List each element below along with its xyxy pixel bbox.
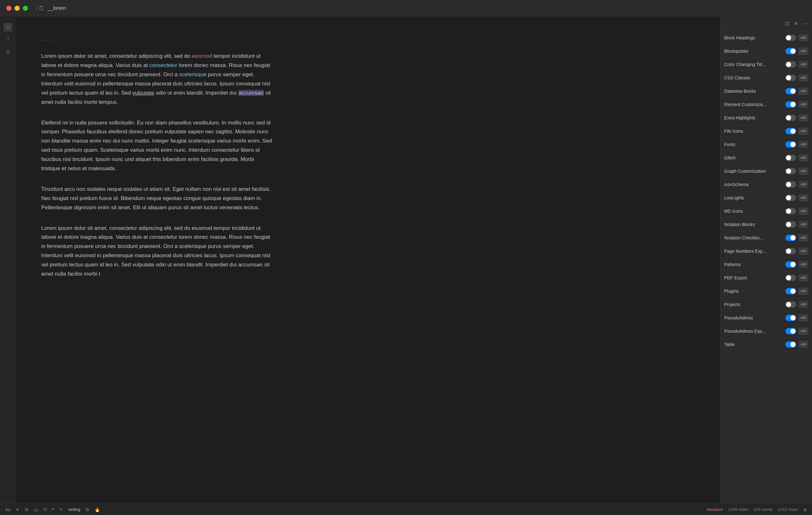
panel-close-icon[interactable]: ✕ xyxy=(794,20,799,27)
collapse-arrow-icon[interactable]: › xyxy=(41,36,43,44)
plugin-code-btn-plugins[interactable]: </> xyxy=(799,288,808,295)
plugin-toggle-pseudoadmos[interactable] xyxy=(785,315,796,321)
plugin-toggle-extra-highlights[interactable] xyxy=(785,115,796,121)
plugin-code-btn-glitch[interactable]: </> xyxy=(799,154,808,161)
close-button[interactable] xyxy=(6,6,11,11)
paragraph-1: Lorem ipsum dolor sit amet, consectetur … xyxy=(41,52,273,107)
plugin-toggle-element-customiza[interactable] xyxy=(785,101,796,108)
p1-link-scelerisque: scelerisque xyxy=(179,72,206,78)
plugin-toggle-notation-checkbo[interactable] xyxy=(785,235,796,241)
plugin-code-btn-fonts[interactable]: </> xyxy=(799,141,808,148)
plugin-controls-notation-checkbo: </> xyxy=(785,234,808,241)
plugin-code-btn-projects[interactable]: </> xyxy=(799,301,808,308)
plugin-code-btn-lowlights[interactable]: </> xyxy=(799,194,808,201)
plugin-toggle-graph-customization[interactable] xyxy=(785,168,796,174)
maximize-button[interactable] xyxy=(23,6,28,11)
plugin-code-btn-file-icons[interactable]: </> xyxy=(799,128,808,135)
plugin-toggle-table[interactable] xyxy=(785,341,796,348)
plugin-controls-file-icons: </> xyxy=(785,128,808,135)
plugin-item-dataview-books: Dataview Books</> xyxy=(720,84,812,98)
plugin-toggle-css-classes[interactable] xyxy=(785,75,796,81)
plugin-code-btn-notation-blocks[interactable]: </> xyxy=(799,221,808,228)
statusbar-writing-mode: writing xyxy=(68,507,80,512)
paragraph-4: Lorem ipsum dolor sit amet, consectetur … xyxy=(41,224,273,279)
plugin-toggle-md-icons[interactable] xyxy=(785,208,796,214)
plugin-name-pseudoadmos: PseudoAdmos xyxy=(724,315,785,320)
plugin-code-btn-pdf-export[interactable]: </> xyxy=(799,274,808,281)
plugin-toggle-pseudoadmos-exp[interactable] xyxy=(785,328,796,334)
p1-link-consectetur: consectetur xyxy=(149,62,177,68)
sidebar-icon-graph[interactable]: ⊙ xyxy=(3,23,12,32)
statusbar-folder-icon[interactable]: 🗂 xyxy=(34,507,38,512)
statusbar-stack-icon[interactable]: 🔥 xyxy=(94,507,100,512)
plugin-item-block-headings: Block Headings</> xyxy=(720,31,812,45)
statusbar-font-icon[interactable]: Aa xyxy=(5,507,10,512)
plugin-code-btn-dataview-books[interactable]: </> xyxy=(799,88,808,94)
plugin-code-btn-patterns[interactable]: </> xyxy=(799,261,808,268)
plugin-item-blockquotes: Blockquotes</> xyxy=(720,45,812,58)
plugin-toggle-patterns[interactable] xyxy=(785,261,796,268)
plugin-controls-table: </> xyxy=(785,341,808,348)
nav-forward-icon[interactable]: › xyxy=(35,5,37,12)
statusbar-gear-icon[interactable]: ⚙ xyxy=(25,507,29,512)
plugin-controls-page-numbers: </> xyxy=(785,248,808,255)
plugin-toggle-projects[interactable] xyxy=(785,301,796,308)
plugin-toggle-dataview-books[interactable] xyxy=(785,88,796,94)
plugin-toggle-page-numbers[interactable] xyxy=(785,248,796,254)
plugin-item-pseudoadmos-exp: PseudoAdmos Exp...</> xyxy=(720,325,812,338)
plugin-item-table: Table</> xyxy=(720,338,812,351)
plugin-name-pdf-export: PDF Export xyxy=(724,275,785,280)
plugin-toggle-plugins[interactable] xyxy=(785,288,796,294)
statusbar: Aa ☀ ⚙ 🗂 © ❝ ✎ writing ⚙ 🔥 literature 12… xyxy=(0,504,812,515)
panel-resize-icon[interactable]: ⊡ xyxy=(785,20,789,27)
plugin-item-element-customiza: Element Customiza...</> xyxy=(720,98,812,111)
titlebar-nav: › xyxy=(35,5,37,12)
plugin-toggle-fonts[interactable] xyxy=(785,141,796,147)
plugin-code-btn-element-customiza[interactable]: </> xyxy=(799,101,808,108)
plugin-controls-graph-customization: </> xyxy=(785,168,808,174)
titlebar: › 🗒 __lorem xyxy=(0,0,812,17)
plugin-toggle-glitch[interactable] xyxy=(785,155,796,161)
plugin-item-css-classes: CSS Classes</> xyxy=(720,71,812,84)
plugin-code-btn-md-icons[interactable]: </> xyxy=(799,208,808,215)
plugin-name-page-numbers: Page Numbers Exp... xyxy=(724,249,785,254)
plugin-toggle-blockquotes[interactable] xyxy=(785,48,796,54)
statusbar-end-icon[interactable]: ⊕ xyxy=(803,507,807,512)
plugin-code-btn-extra-highlights[interactable]: </> xyxy=(799,114,808,121)
plugin-toggle-lowlights[interactable] xyxy=(785,195,796,201)
plugin-code-btn-table[interactable]: </> xyxy=(799,341,808,348)
plugin-code-btn-notation-checkbo[interactable]: </> xyxy=(799,234,808,241)
file-title: __lorem xyxy=(48,5,66,11)
statusbar-quote-icon[interactable]: ❝ xyxy=(52,507,54,512)
plugin-toggle-file-icons[interactable] xyxy=(785,128,796,134)
plugin-toggle-pdf-export[interactable] xyxy=(785,275,796,281)
minimize-button[interactable] xyxy=(14,6,20,11)
plugin-code-btn-graph-customization[interactable]: </> xyxy=(799,168,808,174)
plugin-toggle-block-headings[interactable] xyxy=(785,35,796,41)
plugin-name-table: Table xyxy=(724,342,785,347)
plugin-name-color-changing: Color Changing Titl... xyxy=(724,62,785,67)
sidebar-icon-settings[interactable]: ⚙ xyxy=(3,47,12,56)
p1-underline-vulputate: vulputate xyxy=(132,90,154,96)
plugin-toggle-color-changing[interactable] xyxy=(785,61,796,67)
statusbar-sun-icon[interactable]: ☀ xyxy=(16,507,20,512)
plugin-name-projects: Projects xyxy=(724,302,785,307)
statusbar-settings2-icon[interactable]: ⚙ xyxy=(85,507,89,512)
statusbar-write-icon[interactable]: ✎ xyxy=(59,507,63,512)
plugin-code-btn-block-headings[interactable]: </> xyxy=(799,34,808,41)
plugin-name-file-icons: File Icons xyxy=(724,129,785,134)
plugin-code-btn-page-numbers[interactable]: </> xyxy=(799,248,808,255)
plugin-code-btn-iconschema[interactable]: </> xyxy=(799,181,808,188)
plugin-code-btn-color-changing[interactable]: </> xyxy=(799,61,808,68)
plugin-code-btn-css-classes[interactable]: </> xyxy=(799,74,808,81)
plugin-code-btn-pseudoadmos-exp[interactable]: </> xyxy=(799,328,808,335)
panel-more-icon[interactable]: ⋯ xyxy=(803,20,808,27)
plugin-toggle-iconschema[interactable] xyxy=(785,181,796,188)
plugin-code-btn-blockquotes[interactable]: </> xyxy=(799,48,808,55)
sidebar-icon-search[interactable]: ? xyxy=(3,35,12,44)
plugin-toggle-notation-blocks[interactable] xyxy=(785,221,796,228)
plugin-controls-projects: </> xyxy=(785,301,808,308)
statusbar-copyright-icon[interactable]: © xyxy=(44,507,47,512)
statusbar-right: literature 1259 notes 315 words 2142 cha… xyxy=(707,507,807,512)
plugin-code-btn-pseudoadmos[interactable]: </> xyxy=(799,314,808,321)
